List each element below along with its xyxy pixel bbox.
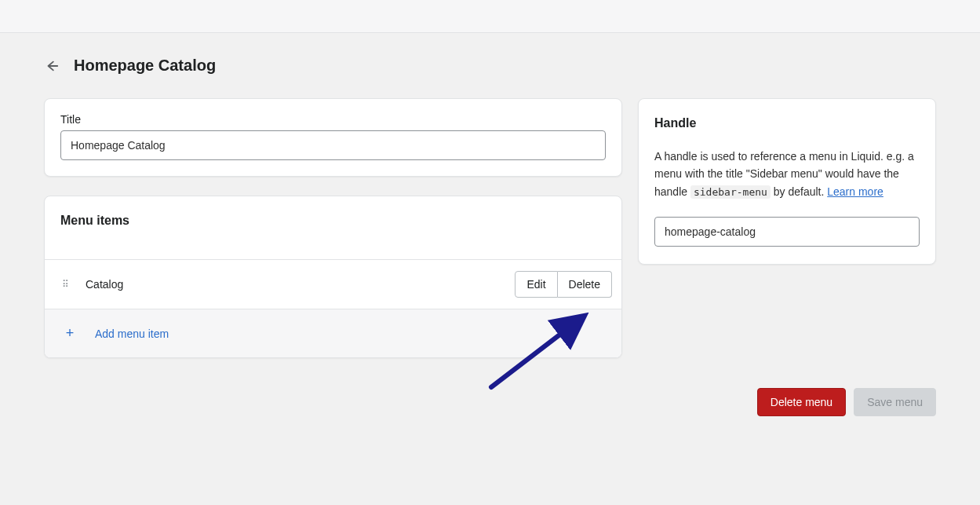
footer-actions: Delete menu Save menu [44,388,936,416]
add-menu-item-label: Add menu item [95,328,169,340]
save-menu-button[interactable]: Save menu [854,388,936,416]
handle-heading: Handle [654,116,920,130]
handle-input[interactable] [654,217,920,247]
page-header: Homepage Catalog [44,57,936,75]
menu-item-row: ⠿ Catalog Edit Delete [45,259,621,309]
menu-items-heading: Menu items [60,214,606,228]
handle-desc-text-2: by default. [771,185,827,198]
menu-item-label: Catalog [86,278,501,291]
page-title: Homepage Catalog [74,57,216,75]
edit-button[interactable]: Edit [515,271,557,298]
drag-handle-icon[interactable]: ⠿ [59,279,71,290]
plus-icon: + [64,325,76,342]
handle-card: Handle A handle is used to reference a m… [638,98,936,265]
top-bar [0,0,980,33]
back-arrow-icon[interactable] [44,58,60,74]
title-input[interactable] [60,130,606,160]
handle-description: A handle is used to reference a menu in … [654,148,920,201]
menu-items-card: Menu items ⠿ Catalog Edit Delete + Add m… [44,196,622,358]
delete-button[interactable]: Delete [558,271,612,298]
title-card: Title [44,98,622,177]
add-menu-item-button[interactable]: + Add menu item [45,309,621,357]
delete-menu-button[interactable]: Delete menu [757,388,846,416]
learn-more-link[interactable]: Learn more [827,185,883,198]
handle-code-example: sidebar-menu [690,185,771,199]
title-label: Title [60,113,606,126]
